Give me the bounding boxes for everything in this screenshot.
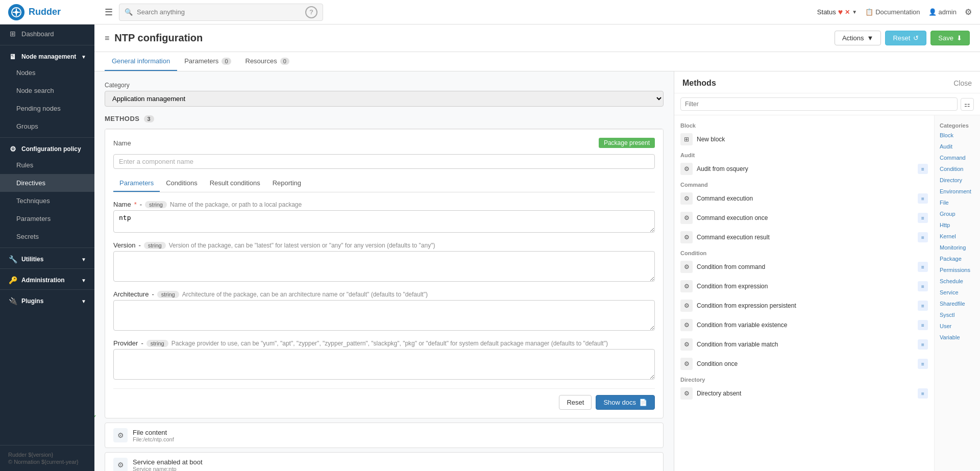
param-name-label: Name * - string Name of the package, or … [113,201,655,208]
method-doc-button[interactable]: ≡ [918,164,928,174]
method-doc-button[interactable]: ≡ [918,320,928,330]
utilities-chevron-icon: ▼ [81,257,86,262]
method-command-execution-result[interactable]: ⚙ Command execution result ≡ [674,228,934,247]
status-x-icon: ✕ [845,9,850,16]
param-version-textarea[interactable] [113,251,655,282]
sidebar-item-node-search[interactable]: Node search [0,82,94,100]
method-name: Condition from variable match [697,341,914,348]
method-doc-button[interactable]: ≡ [918,193,928,204]
method-doc-button[interactable]: ≡ [918,281,928,291]
method-condition-from-expression[interactable]: ⚙ Condition from expression ≡ [674,277,934,296]
sidebar-item-directives[interactable]: Directives [0,174,94,192]
sidebar-item-utilities[interactable]: 🔧 Utilities ▼ [0,250,94,266]
breadcrumb-icon[interactable]: ≡ [105,34,109,43]
help-icon[interactable]: ? [305,6,317,18]
search-area: 🔍 ? [119,4,323,21]
sidebar-item-plugins[interactable]: 🔌 Plugins ▼ [0,292,94,308]
tab-parameters[interactable]: Parameters 0 [177,52,238,71]
category-http[interactable]: Http [935,219,980,231]
tab-resources[interactable]: Resources 0 [238,52,297,71]
category-command[interactable]: Command [935,152,980,163]
methods-filter-input[interactable] [680,97,958,111]
tabs-bar: General information Parameters 0 Resourc… [94,52,980,71]
documentation-link[interactable]: 📋 Documentation [865,8,920,16]
tab-general-information[interactable]: General information [105,52,177,71]
settings-icon[interactable]: ⚙ [965,7,972,17]
sidebar-item-groups[interactable]: Groups [0,117,94,135]
sidebar-item-secrets[interactable]: Secrets [0,228,94,245]
param-provider-textarea[interactable] [113,349,655,380]
category-monitoring[interactable]: Monitoring [935,242,980,253]
sidebar-item-nodes[interactable]: Nodes [0,64,94,82]
method-doc-button[interactable]: ≡ [918,262,928,272]
inner-tab-reporting[interactable]: Reporting [266,175,307,192]
method-condition-from-command[interactable]: ⚙ Condition from command ≡ [674,257,934,277]
sidebar-item-rules[interactable]: Rules [0,156,94,174]
administration-chevron-icon: ▼ [81,278,86,283]
status-area[interactable]: Status ♥ ✕ ▼ [817,8,857,17]
category-group[interactable]: Group [935,208,980,219]
method-reset-button[interactable]: Reset [559,395,592,410]
method-card-service-header[interactable]: ⚙ Service enabled at boot Service name:n… [105,453,663,471]
method-condition-from-variable-match[interactable]: ⚙ Condition from variable match ≡ [674,335,934,354]
category-sysctl[interactable]: Sysctl [935,309,980,320]
category-directory[interactable]: Directory [935,175,980,186]
inner-tab-conditions[interactable]: Conditions [160,175,203,192]
admin-menu[interactable]: 👤 admin [928,8,957,16]
sidebar-item-parameters[interactable]: Parameters [0,210,94,228]
category-file[interactable]: File [935,197,980,208]
method-doc-button[interactable]: ≡ [918,232,928,242]
method-card-file-content-header[interactable]: ⚙ File content File:/etc/ntp.conf [105,423,663,448]
filter-options-button[interactable]: ⚏ [961,98,974,111]
category-audit[interactable]: Audit [935,141,980,152]
category-sharedfile[interactable]: Sharedfile [935,298,980,309]
category-select[interactable]: Application management [105,91,664,107]
category-condition[interactable]: Condition [935,163,980,175]
methods-panel-close-button[interactable]: Close [953,79,972,87]
category-kernel[interactable]: Kernel [935,231,980,242]
param-arch-textarea[interactable] [113,300,655,331]
category-variable[interactable]: Variable [935,332,980,343]
method-command-execution-once[interactable]: ⚙ Command execution once ≡ [674,208,934,228]
actions-button[interactable]: Actions ▼ [835,31,881,45]
inner-tab-result-conditions[interactable]: Result conditions [204,175,266,192]
category-service[interactable]: Service [935,287,980,298]
category-user[interactable]: User [935,320,980,332]
method-doc-button[interactable]: ≡ [918,388,928,399]
method-command-execution[interactable]: ⚙ Command execution ≡ [674,189,934,208]
inner-tab-parameters[interactable]: Parameters [113,175,160,192]
method-doc-button[interactable]: ≡ [918,301,928,311]
method-condition-from-variable-existence[interactable]: ⚙ Condition from variable existence ≡ [674,315,934,335]
method-doc-button[interactable]: ≡ [918,213,928,223]
method-audit-osquery[interactable]: ⚙ Audit from osquery ≡ [674,159,934,179]
show-docs-button[interactable]: Show docs 📄 [596,395,655,410]
method-new-block[interactable]: ⊞ New block [674,130,934,149]
category-environment[interactable]: Environment [935,186,980,197]
sidebar-item-administration[interactable]: 🔑 Administration ▼ [0,271,94,287]
reset-button[interactable]: Reset ↺ [885,31,926,45]
method-doc-button[interactable]: ≡ [918,339,928,350]
sidebar-item-configuration-policy[interactable]: ⚙ Configuration policy [0,140,94,156]
status-chevron-icon: ▼ [852,9,857,15]
component-name-input[interactable] [113,154,655,169]
method-directory-absent[interactable]: ⚙ Directory absent ≡ [674,384,934,403]
method-name: Condition from variable existence [697,321,914,329]
app-version: Rudder ${version} [8,452,86,458]
sidebar-item-dashboard[interactable]: ⊞ Dashboard [0,24,94,43]
method-doc-button[interactable]: ≡ [918,359,928,369]
param-name-textarea[interactable]: ntp [113,210,655,233]
sidebar-item-pending-nodes[interactable]: Pending nodes [0,100,94,117]
category-schedule[interactable]: Schedule [935,276,980,287]
menu-toggle-button[interactable]: ☰ [105,7,113,18]
category-package[interactable]: Package [935,253,980,264]
sidebar-item-techniques[interactable]: Techniques [0,192,94,210]
search-input[interactable] [137,8,301,16]
category-permissions[interactable]: Permissions [935,264,980,276]
method-condition-from-expression-persistent[interactable]: ⚙ Condition from expression persistent ≡ [674,296,934,315]
save-button[interactable]: Save ⬇ [930,31,970,45]
admin-label: admin [939,8,957,16]
category-block[interactable]: Block [935,130,980,141]
sidebar-item-node-management[interactable]: 🖥 Node management ▼ [0,47,94,64]
method-condition-once[interactable]: ⚙ Condition once ≡ [674,354,934,374]
sidebar-item-label: Secrets [16,233,39,240]
